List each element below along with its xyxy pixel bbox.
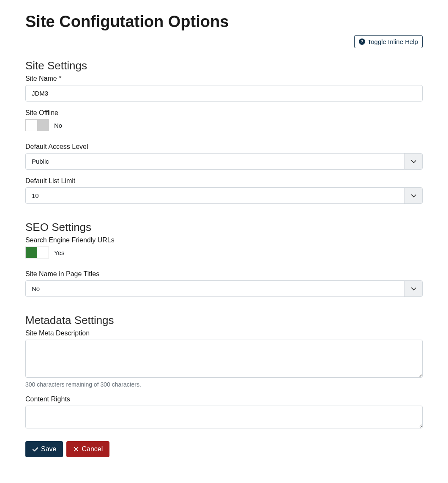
site-offline-state: No: [54, 122, 62, 129]
close-icon: [73, 446, 79, 452]
chevron-down-icon: [404, 188, 422, 203]
help-icon: ?: [359, 38, 365, 45]
svg-text:?: ?: [361, 39, 363, 44]
chevron-down-icon: [404, 281, 422, 296]
default-access-level-label: Default Access Level: [25, 143, 423, 151]
save-label: Save: [41, 445, 56, 453]
page-title: Site Configutation Options: [25, 13, 423, 31]
sef-urls-state: Yes: [54, 249, 64, 256]
site-name-in-titles-value: No: [26, 281, 404, 296]
default-access-level-select[interactable]: Public: [25, 153, 423, 170]
save-button[interactable]: Save: [25, 441, 63, 457]
metadata-settings-heading: Metadata Settings: [25, 314, 423, 327]
site-name-label: Site Name *: [25, 75, 423, 82]
meta-description-input[interactable]: [25, 340, 423, 378]
site-name-input[interactable]: [25, 85, 423, 102]
site-offline-label: Site Offline: [25, 109, 423, 117]
default-access-level-value: Public: [26, 154, 404, 169]
default-list-limit-label: Default List Limit: [25, 177, 423, 185]
toggle-inline-help-button[interactable]: ? Toggle Inline Help: [354, 35, 423, 48]
sef-urls-label: Search Engine Friendly URLs: [25, 236, 423, 244]
site-offline-toggle[interactable]: [25, 119, 49, 131]
site-settings-heading: Site Settings: [25, 59, 423, 72]
cancel-label: Cancel: [82, 445, 103, 453]
check-icon: [32, 446, 38, 453]
default-list-limit-value: 10: [26, 188, 404, 203]
content-rights-input[interactable]: [25, 406, 423, 428]
meta-description-remaining: 300 characters remaining of 300 characte…: [25, 381, 423, 388]
meta-description-label: Site Meta Description: [25, 329, 423, 337]
site-name-in-titles-select[interactable]: No: [25, 280, 423, 297]
chevron-down-icon: [404, 154, 422, 169]
toggle-inline-help-label: Toggle Inline Help: [368, 38, 418, 45]
seo-settings-heading: SEO Settings: [25, 221, 423, 234]
site-name-in-titles-label: Site Name in Page Titles: [25, 270, 423, 278]
cancel-button[interactable]: Cancel: [66, 441, 109, 457]
sef-urls-toggle[interactable]: [25, 247, 49, 258]
default-list-limit-select[interactable]: 10: [25, 187, 423, 204]
content-rights-label: Content Rights: [25, 395, 423, 403]
